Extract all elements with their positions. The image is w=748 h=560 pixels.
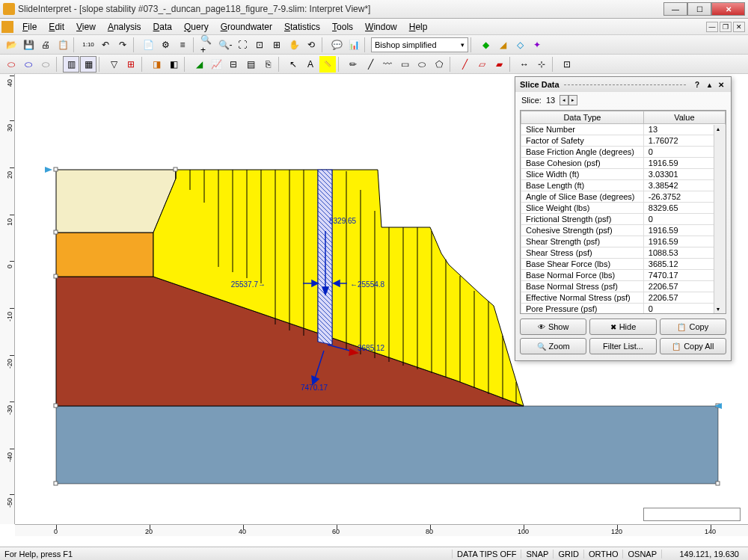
probability-icon[interactable]: ◇ bbox=[512, 37, 528, 53]
global-min-icon[interactable]: ⬭ bbox=[3, 56, 19, 73]
slide-icon[interactable]: ◢ bbox=[494, 37, 511, 53]
command-input[interactable] bbox=[643, 508, 741, 521]
table-row[interactable]: Effective Normal Stress (psf)2206.57 bbox=[521, 292, 726, 304]
dimension-icon[interactable]: ↔ bbox=[516, 56, 533, 73]
panel-help-icon[interactable]: ? bbox=[692, 79, 702, 90]
menu-file[interactable]: File bbox=[16, 20, 43, 34]
zoom-button[interactable]: 🔍Zoom bbox=[520, 338, 586, 354]
panel-titlebar[interactable]: Slice Data ? ▴ ✕ bbox=[515, 77, 731, 92]
add-query-icon[interactable]: ◢ bbox=[191, 56, 207, 73]
table-row[interactable]: Slice Number13 bbox=[521, 124, 726, 135]
measure-tool-icon[interactable]: 📏 bbox=[319, 56, 336, 73]
zoom-extents-icon[interactable]: ⊞ bbox=[269, 37, 285, 53]
col-value[interactable]: Value bbox=[643, 111, 725, 124]
table-row[interactable]: Base Shear Force (lbs)3685.12 bbox=[521, 259, 726, 270]
slice-next-button[interactable]: ▸ bbox=[568, 95, 577, 105]
mdi-minimize[interactable]: — bbox=[706, 22, 718, 32]
panel-pin-icon[interactable]: ▴ bbox=[704, 79, 714, 90]
hide-button[interactable]: ✖Hide bbox=[589, 319, 656, 335]
status-snap[interactable]: SNAP bbox=[521, 550, 553, 559]
snap-options-icon[interactable]: ⊡ bbox=[559, 56, 575, 73]
grid-icon[interactable]: ⊞ bbox=[123, 56, 139, 73]
menu-edit[interactable]: Edit bbox=[43, 20, 70, 34]
menu-statistics[interactable]: Statistics bbox=[278, 20, 326, 34]
sensitivity-icon[interactable]: ✦ bbox=[529, 37, 545, 53]
safety-map-icon[interactable]: ◨ bbox=[148, 56, 165, 73]
format-fill-icon[interactable]: ▱ bbox=[473, 56, 490, 73]
display-options-icon[interactable]: ⚙ bbox=[157, 37, 174, 53]
all-surfaces-icon[interactable]: ⬭ bbox=[37, 56, 54, 73]
mdi-restore[interactable]: ❐ bbox=[720, 22, 732, 32]
arrow-tool-icon[interactable]: ↖ bbox=[285, 56, 301, 73]
export-icon[interactable]: ⎘ bbox=[260, 56, 276, 73]
col-datatype[interactable]: Data Type bbox=[521, 111, 644, 124]
table-row[interactable]: Slice Weight (lbs)8329.65 bbox=[521, 203, 726, 214]
undo-icon[interactable]: ↶ bbox=[97, 37, 114, 53]
poly-tool-icon[interactable]: ⬠ bbox=[431, 56, 447, 73]
show-values-icon[interactable]: ⊟ bbox=[225, 56, 242, 73]
table-row[interactable]: Frictional Strength (psf)0 bbox=[521, 214, 726, 225]
menu-groundwater[interactable]: Groundwater bbox=[215, 20, 278, 34]
rect-tool-icon[interactable]: ▭ bbox=[396, 56, 413, 73]
minimize-button[interactable]: — bbox=[663, 2, 687, 16]
show-slices-icon[interactable]: ▥ bbox=[63, 56, 79, 73]
filter-icon[interactable]: ▽ bbox=[105, 56, 122, 73]
table-row[interactable]: Slice Width (ft)3.03301 bbox=[521, 169, 726, 180]
show-button[interactable]: 👁Show bbox=[520, 319, 586, 335]
data-tips-icon[interactable]: 💬 bbox=[328, 37, 345, 53]
info-report-icon[interactable]: 📄 bbox=[140, 37, 156, 53]
scale-icon[interactable]: 1:10 bbox=[80, 37, 96, 53]
zoom-window-icon[interactable]: ⛶ bbox=[234, 37, 251, 53]
menu-help[interactable]: Help bbox=[403, 20, 434, 34]
table-row[interactable]: Base Normal Force (lbs)7470.17 bbox=[521, 270, 726, 281]
zoom-prev-icon[interactable]: ⟲ bbox=[303, 37, 319, 53]
table-row[interactable]: Base Friction Angle (degrees)0 bbox=[521, 147, 726, 158]
contour-icon[interactable]: ◧ bbox=[165, 56, 182, 73]
menu-query[interactable]: Query bbox=[178, 20, 215, 34]
status-ortho[interactable]: ORTHO bbox=[583, 550, 623, 559]
menu-data[interactable]: Data bbox=[147, 20, 178, 34]
redo-icon[interactable]: ↷ bbox=[114, 37, 131, 53]
line-tool-icon[interactable]: ╱ bbox=[362, 56, 378, 73]
table-row[interactable]: Base Length (ft)3.38542 bbox=[521, 180, 726, 191]
table-scrollbar[interactable] bbox=[714, 125, 726, 313]
menu-analysis[interactable]: Analysis bbox=[102, 20, 147, 34]
slice-data-panel[interactable]: Slice Data ? ▴ ✕ Slice: 13 ◂ ▸ Data Type… bbox=[515, 76, 732, 361]
table-row[interactable]: Base Cohesion (psf)1916.59 bbox=[521, 158, 726, 169]
print-icon[interactable]: 🖨 bbox=[37, 37, 54, 53]
zoom-out-icon[interactable]: 🔍- bbox=[217, 37, 233, 53]
zoom-all-icon[interactable]: ⊡ bbox=[251, 37, 268, 53]
pan-icon[interactable]: ✋ bbox=[286, 37, 302, 53]
table-row[interactable]: Cohesive Strength (psf)1916.59 bbox=[521, 225, 726, 236]
menu-tools[interactable]: Tools bbox=[326, 20, 359, 34]
table-row[interactable]: Factor of Safety1.76072 bbox=[521, 135, 726, 147]
chart-icon[interactable]: 📊 bbox=[346, 37, 362, 53]
table-row[interactable]: Pore Pressure (psf)0 bbox=[521, 304, 726, 314]
copy-button[interactable]: 📋Copy bbox=[660, 319, 726, 335]
table-row[interactable]: Angle of Slice Base (degrees)-26.3752 bbox=[521, 191, 726, 203]
status-grid[interactable]: GRID bbox=[553, 550, 583, 559]
slice-prev-button[interactable]: ◂ bbox=[560, 95, 568, 105]
panel-close-icon[interactable]: ✕ bbox=[716, 79, 726, 90]
table-row[interactable]: Shear Strength (psf)1916.59 bbox=[521, 236, 726, 247]
copy-all-button[interactable]: 📋Copy All bbox=[660, 338, 726, 354]
query-slice-icon[interactable]: ▦ bbox=[80, 56, 96, 73]
menu-window[interactable]: Window bbox=[359, 20, 403, 34]
table-row[interactable]: Base Normal Stress (psf)2206.57 bbox=[521, 281, 726, 292]
table-row[interactable]: Shear Stress (psf)1088.53 bbox=[521, 247, 726, 259]
menu-view[interactable]: View bbox=[70, 20, 102, 34]
polyline-tool-icon[interactable]: 〰 bbox=[379, 56, 396, 73]
status-tips[interactable]: DATA TIPS OFF bbox=[452, 550, 521, 559]
copy-icon[interactable]: 📋 bbox=[55, 37, 71, 53]
format-line-icon[interactable]: ╱ bbox=[456, 56, 473, 73]
show-data-icon[interactable]: ▤ bbox=[242, 56, 259, 73]
pencil-tool-icon[interactable]: ✏ bbox=[345, 56, 361, 73]
graph-query-icon[interactable]: 📈 bbox=[208, 56, 224, 73]
mdi-close[interactable]: ✕ bbox=[733, 22, 745, 32]
maximize-button[interactable]: ☐ bbox=[687, 2, 711, 16]
status-osnap[interactable]: OSNAP bbox=[622, 550, 661, 559]
open-icon[interactable]: 📂 bbox=[3, 37, 19, 53]
legend-icon[interactable]: ≡ bbox=[174, 37, 191, 53]
zoom-in-icon[interactable]: 🔍+ bbox=[200, 37, 216, 53]
save-icon[interactable]: 💾 bbox=[20, 37, 37, 53]
